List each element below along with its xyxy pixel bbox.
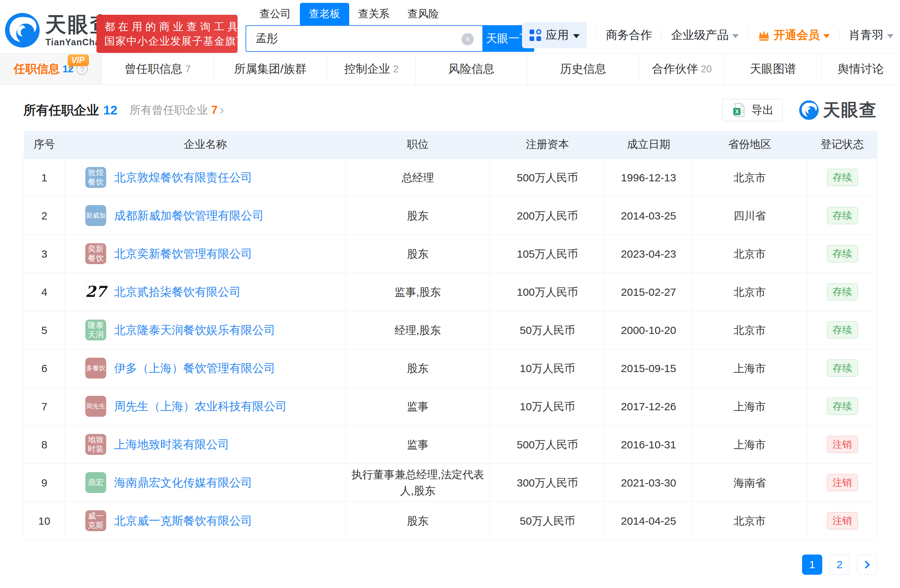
cell-province: 北京市	[692, 273, 807, 311]
table-row: 1敦煌餐饮北京敦煌餐饮有限责任公司总经理500万人民币1996-12-13北京市…	[24, 158, 877, 197]
cell-position: 股东	[346, 349, 490, 387]
company-link[interactable]: 上海地致时装有限公司	[114, 436, 229, 453]
company-logo: 敦煌餐饮	[85, 167, 106, 188]
page-button-2[interactable]: 2	[829, 554, 850, 575]
cell-company: 新威加成都新威加餐饮管理有限公司	[65, 197, 346, 235]
table-row: 6多餐饮伊多（上海）餐饮管理有限公司股东10万人民币2015-09-15上海市存…	[24, 349, 877, 387]
company-link[interactable]: 北京敦煌餐饮有限责任公司	[114, 169, 252, 186]
table-body: 1敦煌餐饮北京敦煌餐饮有限责任公司总经理500万人民币1996-12-13北京市…	[24, 158, 877, 540]
company-logo: 威一克斯	[85, 510, 106, 531]
excel-export-icon: X	[731, 102, 747, 118]
former-positions-label: 所有曾任职企业	[130, 102, 208, 118]
status-badge: 存续	[827, 283, 858, 300]
tab-天眼图谱[interactable]: 天眼图谱	[725, 54, 821, 85]
table-row: 5隆泰天润北京隆泰天润餐饮娱乐有限公司经理,股东50万人民币2000-10-20…	[24, 311, 877, 349]
tab-所属集团/族群[interactable]: 所属集团/族群	[214, 54, 327, 85]
nav-divider	[661, 29, 662, 42]
status-badge: 存续	[827, 245, 858, 262]
search-input[interactable]	[245, 25, 483, 52]
col-header-position: 职位	[346, 131, 490, 158]
cell-date: 2016-10-31	[605, 426, 692, 464]
tab-控制企业[interactable]: 控制企业2	[327, 54, 416, 85]
company-link[interactable]: 北京奕新餐饮管理有限公司	[114, 245, 252, 262]
company-link[interactable]: 伊多（上海）餐饮管理有限公司	[114, 359, 275, 377]
nav-open-membership[interactable]: 开通会员	[758, 27, 830, 43]
cell-date: 2021-03-30	[605, 464, 692, 501]
page-button-1[interactable]: 1	[802, 554, 822, 575]
company-link[interactable]: 北京贰拾柒餐饮有限公司	[114, 283, 241, 300]
company-cell-content: 威一克斯北京威一克斯餐饮有限公司	[85, 510, 341, 531]
col-header-province: 省份地区	[692, 131, 807, 158]
table-row: 9鼎宏海南鼎宏文化传媒有限公司执行董事兼总经理,法定代表人,股东300万人民币2…	[24, 464, 877, 501]
search-tab-查风险[interactable]: 查风险	[399, 3, 448, 25]
cell-no: 3	[24, 235, 65, 273]
company-logo: 鼎宏	[85, 472, 106, 493]
company-logo-text: 威一	[88, 511, 104, 521]
tab-舆情讨论[interactable]: 舆情讨论	[821, 54, 900, 85]
cell-position: 监事	[346, 387, 490, 426]
apps-menu[interactable]: 应用	[522, 22, 587, 48]
cell-no: 4	[24, 273, 65, 311]
tianyancha-logo-icon	[5, 13, 40, 48]
cell-capital: 50万人民币	[490, 311, 605, 349]
cell-no: 5	[24, 311, 65, 349]
company-link[interactable]: 北京威一克斯餐饮有限公司	[114, 512, 252, 529]
cell-province: 北京市	[692, 311, 807, 349]
cell-capital: 500万人民币	[490, 158, 605, 197]
export-button[interactable]: X 导出	[722, 99, 783, 121]
company-cell-content: 敦煌餐饮北京敦煌餐饮有限责任公司	[85, 167, 341, 188]
company-link[interactable]: 周先生（上海）农业科技有限公司	[114, 398, 287, 415]
company-link[interactable]: 成都新威加餐饮管理有限公司	[114, 207, 264, 224]
tab-label: 任职信息	[14, 61, 60, 77]
nav-divider	[839, 29, 839, 42]
company-logo-text: 天润	[88, 330, 104, 339]
table-header-row: 序号 企业名称 职位 注册资本 成立日期 省份地区 登记状态	[24, 131, 877, 158]
tab-任职信息[interactable]: 任职信息12?VIP	[0, 54, 102, 85]
watermark-logo: 天眼查	[799, 99, 877, 122]
cell-company: 地致时装上海地致时装有限公司	[65, 426, 346, 464]
cell-capital: 300万人民币	[490, 464, 605, 501]
nav-enterprise-products[interactable]: 企业级产品	[671, 27, 739, 43]
cell-date: 2023-04-23	[605, 235, 692, 273]
status-badge: 存续	[827, 321, 858, 339]
table-row: 8地致时装上海地致时装有限公司监事500万人民币2016-10-31上海市注销	[24, 426, 877, 464]
cell-capital: 10万人民币	[490, 349, 605, 387]
company-logo: 地致时装	[85, 434, 106, 455]
company-link[interactable]: 海南鼎宏文化传媒有限公司	[114, 474, 252, 491]
tab-曾任职信息[interactable]: 曾任职信息7	[102, 54, 214, 85]
nav-business-cooperation[interactable]: 商务合作	[606, 27, 652, 43]
search-tab-查关系[interactable]: 查关系	[349, 3, 399, 25]
search-tab-查老板[interactable]: 查老板	[300, 3, 349, 25]
col-header-no: 序号	[24, 131, 65, 158]
search-tab-查公司[interactable]: 查公司	[251, 3, 300, 25]
clear-search-icon[interactable]: ×	[461, 33, 474, 45]
cell-no: 6	[24, 349, 65, 387]
company-link[interactable]: 北京隆泰天润餐饮娱乐有限公司	[114, 321, 275, 339]
tab-风险信息[interactable]: 风险信息	[416, 54, 528, 85]
tab-label: 天眼图谱	[750, 61, 796, 77]
cell-position: 股东	[346, 235, 490, 273]
tab-label: 曾任职信息	[124, 61, 182, 77]
tab-合作伙伴[interactable]: 合作伙伴20	[639, 54, 725, 85]
tab-历史信息[interactable]: 历史信息	[528, 54, 639, 85]
status-badge: 存续	[827, 207, 858, 224]
nav-divider	[748, 29, 748, 42]
cell-status: 存续	[807, 387, 877, 426]
membership-label: 开通会员	[774, 27, 820, 43]
cell-capital: 200万人民币	[490, 197, 605, 235]
search-tabs: 查公司查老板查关系查风险	[251, 3, 534, 25]
cell-province: 上海市	[692, 349, 807, 387]
cell-position: 监事	[346, 426, 490, 464]
cell-capital: 50万人民币	[490, 501, 605, 540]
company-logo: 多餐饮	[85, 358, 106, 379]
former-positions-link[interactable]: 所有曾任职企业 7 ›	[130, 102, 224, 118]
next-page-button[interactable]	[857, 554, 877, 575]
main-tabs: 任职信息12?VIP曾任职信息7所属集团/族群控制企业2风险信息历史信息合作伙伴…	[0, 53, 900, 85]
company-logo-text: 隆泰	[88, 320, 104, 330]
status-badge: 存续	[827, 359, 858, 377]
user-caret-icon	[887, 34, 894, 38]
cell-company: 敦煌餐饮北京敦煌餐饮有限责任公司	[65, 158, 346, 197]
cell-position: 总经理	[346, 158, 490, 197]
table-row: 3奕新餐饮北京奕新餐饮管理有限公司股东105万人民币2023-04-23北京市存…	[24, 235, 877, 273]
user-menu[interactable]: 肖青羽	[849, 27, 894, 43]
